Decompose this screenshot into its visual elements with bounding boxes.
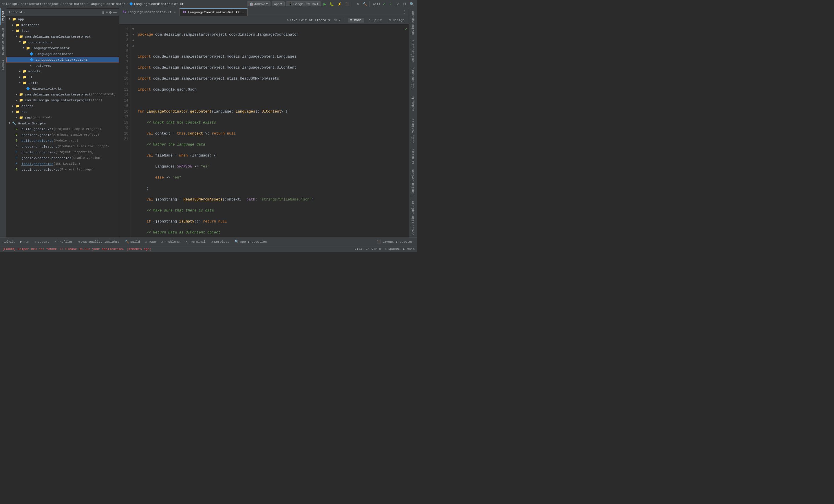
tab-languagecoordinator-get[interactable]: kt LanguageCoordinator+Get.kt ✕ <box>179 8 248 16</box>
stop-button[interactable]: ⬛ <box>344 1 351 7</box>
tree-languagecoordinator[interactable]: ▼ 📁 languageCoordinator <box>6 45 119 51</box>
pull-requests-tab[interactable]: Pull Requests <box>410 65 416 93</box>
tree-spotless-gradle[interactable]: G spotless.gradle (Project: Sample_Proje… <box>6 132 119 138</box>
sync-button[interactable]: ↻ <box>355 1 360 7</box>
running-devices-tab[interactable]: Running Devices <box>410 167 416 198</box>
todo-btn[interactable]: ☑ TODO <box>143 239 158 245</box>
panel-icon-2[interactable]: ≡ <box>106 10 108 15</box>
build-btn[interactable]: 🔨 Build <box>123 239 142 245</box>
folder-icon-src: 📁 <box>19 35 24 39</box>
panel-mode-select: Android ▾ <box>9 10 26 14</box>
profiler-btn[interactable]: ⚡ Profiler <box>52 239 75 245</box>
tree-gradle-wrapper[interactable]: P gradle-wrapper.properties (Gradle Vers… <box>6 155 119 161</box>
resource-manager-tab[interactable]: Resource Manager <box>0 25 6 57</box>
breadcrumb-project[interactable]: samplestarterproject <box>21 2 59 6</box>
tree-build-gradle-app[interactable]: G build.gradle.kts (Module :app) <box>6 138 119 143</box>
app-quality-insights-btn[interactable]: ◈ App Quality Insights <box>76 239 122 245</box>
live-edit-button[interactable]: ✎ Live Edit of literals: ON ▾ <box>287 18 341 22</box>
attach-button[interactable]: ⚡ <box>336 1 343 7</box>
layout-inspector-btn[interactable]: ⬛ Layout Inspector <box>374 239 415 245</box>
breadcrumb-coordinators[interactable]: coordinators <box>63 2 85 6</box>
build-button[interactable]: 🔨 <box>362 1 368 7</box>
panel-minimize[interactable]: — <box>113 10 117 15</box>
tree-languagecoordinator-get-kt[interactable]: 🔷 LanguageCoordinator+Get.kt <box>6 57 119 63</box>
tree-res-generated[interactable]: ▶ 📁 res (generated) <box>6 115 119 120</box>
terminal-btn[interactable]: >_ Terminal <box>183 239 208 245</box>
cursor-position[interactable]: 21:2 <box>354 247 362 251</box>
services-btn[interactable]: ⚙ Services <box>208 239 232 245</box>
git-check1[interactable]: ✓ <box>382 1 387 7</box>
inspection-icon: 🔍 <box>235 239 239 244</box>
tree-manifests[interactable]: ▶ 📁 manifests <box>6 22 119 28</box>
code-view-button[interactable]: ≡ Code <box>348 18 364 23</box>
indent-info[interactable]: 4 spaces <box>385 247 400 251</box>
breadcrumb-file[interactable]: 🔷 <box>129 2 133 6</box>
device-manager-tab[interactable]: Device Manager <box>410 8 416 37</box>
tree-com-delasign[interactable]: ▼ 📁 com.delasign.samplestarterproject <box>6 33 119 39</box>
todo-icon: ☑ <box>145 239 147 244</box>
live-edit-icon: ✎ <box>287 18 289 22</box>
tree-proguard[interactable]: G proguard-rules.pro (ProGuard Rules for… <box>6 143 119 149</box>
tree-local-properties[interactable]: P local.properties (SDK Location) <box>6 161 119 167</box>
bottom-toolbar: ⎇ Git ▶ Run ≡ Logcat ⚡ Profiler ◈ App Qu… <box>0 237 417 246</box>
panel-icons: ⊕ ≡ ⚙ — <box>102 10 117 15</box>
run-button[interactable]: ▶ <box>322 1 327 7</box>
git-check2[interactable]: ✓ <box>388 1 393 7</box>
top-toolbar: delasign / samplestarterproject / coordi… <box>0 0 417 8</box>
breadcrumb-filename[interactable]: LanguageCoordinator+Get.kt <box>134 2 184 6</box>
device-file-explorer-tab[interactable]: Device File Explorer <box>410 198 416 237</box>
tree-build-gradle-project[interactable]: G build.gradle.kts (Project: Sample_Proj… <box>6 126 119 132</box>
split-view-button[interactable]: ⊟ Split <box>366 18 384 23</box>
app-inspection-btn[interactable]: 🔍 App Inspection <box>232 239 269 245</box>
tab-close-1[interactable]: ✕ <box>174 10 176 14</box>
tree-models[interactable]: ▶ 📁 models <box>6 68 119 74</box>
tree-languagecoordinator-kt[interactable]: 🔷 LanguageCoordinator <box>6 51 119 57</box>
panel-icon-1[interactable]: ⊕ <box>102 10 105 15</box>
notifications-tab[interactable]: Notifications <box>410 38 416 65</box>
line-ending[interactable]: LF UTF-8 <box>366 247 381 251</box>
code-line-13: Languages.SPANISH -> "es" <box>138 164 403 169</box>
breadcrumb-languagecoordinator[interactable]: languageCoordinator <box>89 2 125 6</box>
debug-button[interactable]: 🐛 <box>328 1 335 7</box>
android-selector[interactable]: 🤖 Android ▾ <box>247 1 270 6</box>
tree-gradle-properties[interactable]: P gradle.properties (Project Properties) <box>6 149 119 155</box>
tree-androidtest[interactable]: ▶ 📁 com.delasign.samplestarterproject (a… <box>6 91 119 97</box>
tree-app[interactable]: ▼ 📁 app <box>6 16 119 22</box>
app-selector[interactable]: app ▾ <box>272 1 285 6</box>
device-selector[interactable]: 📱 Google Pixel 3a ▾ <box>286 1 321 6</box>
tree-assets[interactable]: ▶ 📁 assets <box>6 103 119 109</box>
tree-res[interactable]: ▶ 📁 res <box>6 109 119 115</box>
tree-test[interactable]: ▶ 📁 com.delasign.samplestarterproject (t… <box>6 97 119 103</box>
commit-tab[interactable]: Commit <box>0 57 6 72</box>
left-outer-rail: Project Resource Manager Commit <box>0 8 6 237</box>
logcat-btn[interactable]: ≡ Logcat <box>32 239 51 245</box>
tab-more-actions[interactable]: ⋮ <box>400 9 409 15</box>
git-branch[interactable]: ▶ main <box>403 247 415 251</box>
breadcrumb-delasign[interactable]: delasign <box>2 2 17 6</box>
structure-tab[interactable]: Structure <box>410 146 416 166</box>
tree-mainactivity[interactable]: 🔷 MainActivity.kt <box>6 86 119 91</box>
git-history[interactable]: ⎇ <box>394 1 401 7</box>
tree-coordinators[interactable]: ▼ 📁 coordinators <box>6 39 119 45</box>
tree-gitkeep[interactable]: · .gitkeep <box>6 63 119 68</box>
git-bottom-btn[interactable]: ⎇ Git <box>2 239 17 245</box>
search-button[interactable]: 🔍 <box>409 1 415 7</box>
run-bottom-btn[interactable]: ▶ Run <box>18 239 31 245</box>
settings-button[interactable]: ⚙ <box>402 1 408 7</box>
gradle-icon-2: G <box>16 133 20 137</box>
project-tab[interactable]: Project <box>0 8 6 25</box>
tab-languagecoordinator[interactable]: kt LanguageCoordinator.kt ✕ <box>119 8 179 16</box>
bookmarks-tab[interactable]: Bookmarks <box>410 93 416 113</box>
tree-gradle-scripts[interactable]: ▼ 🔧 Gradle Scripts <box>6 120 119 126</box>
tree-settings-gradle[interactable]: G settings.gradle.kts (Project Settings) <box>6 167 119 173</box>
design-view-button[interactable]: ◻ Design <box>387 18 407 23</box>
layout-icon: ⬛ <box>377 239 381 244</box>
tree-java[interactable]: ▼ 📁 java <box>6 28 119 33</box>
tree-utils[interactable]: ▼ 📁 utils <box>6 80 119 86</box>
panel-icon-3[interactable]: ⚙ <box>109 10 112 15</box>
tree-ui[interactable]: ▶ 📁 ui <box>6 74 119 80</box>
code-content[interactable]: package com.delasign.samplestarterprojec… <box>135 24 403 237</box>
problems-btn[interactable]: ⚠ Problems <box>159 239 182 245</box>
build-variants-tab[interactable]: Build Variants <box>410 117 416 145</box>
tab-close-2[interactable]: ✕ <box>242 11 244 14</box>
